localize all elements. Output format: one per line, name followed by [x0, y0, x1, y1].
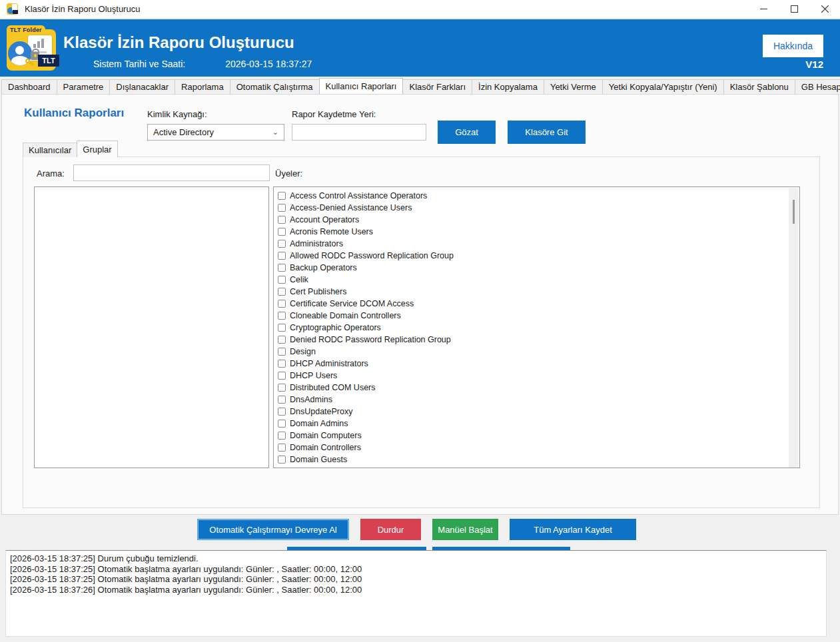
group-checkbox[interactable]	[278, 360, 286, 368]
group-label: DHCP Users	[290, 371, 337, 380]
log-line: [2026-03-15 18:37:25] Durum çubuğu temiz…	[10, 553, 822, 564]
group-row[interactable]: Domain Guests	[276, 454, 799, 466]
maximize-icon[interactable]	[779, 0, 809, 19]
app-icon-badge	[13, 10, 18, 14]
group-checkbox[interactable]	[278, 408, 286, 416]
group-row[interactable]: Denied RODC Password Replication Group	[276, 334, 799, 346]
log-output[interactable]: [2026-03-15 18:37:25] Durum çubuğu temiz…	[5, 550, 827, 637]
group-row[interactable]: Celik	[276, 274, 799, 286]
group-checkbox[interactable]	[278, 264, 286, 272]
group-checkbox[interactable]	[278, 300, 286, 308]
group-checkbox[interactable]	[278, 192, 286, 200]
logo-top-text: TLT Folder	[10, 27, 42, 33]
app-window: Klasör İzin Raporu Oluşturucu TLT Folder	[0, 0, 840, 642]
group-row[interactable]: Domain Computers	[276, 430, 799, 442]
group-row[interactable]: Allowed RODC Password Replication Group	[276, 250, 799, 262]
tab-dışlanacaklar[interactable]: Dışlanacaklar	[109, 79, 175, 94]
browse-button[interactable]: Gözat	[438, 121, 496, 144]
group-row[interactable]: Design	[276, 346, 799, 358]
selected-groups-listbox[interactable]	[34, 186, 269, 468]
group-checkbox[interactable]	[278, 240, 286, 248]
auto-run-button[interactable]: Otomatik Çalıştırmayı Devreye Al	[197, 519, 349, 540]
group-checkbox[interactable]	[278, 324, 286, 332]
stop-button[interactable]: Durdur	[360, 519, 421, 540]
identity-source-select[interactable]: Active Directory ⌄	[147, 124, 284, 141]
group-checkbox[interactable]	[278, 432, 286, 440]
group-row[interactable]: DHCP Users	[276, 370, 799, 382]
group-checkbox[interactable]	[278, 396, 286, 404]
search-input[interactable]	[73, 164, 270, 181]
group-checkbox[interactable]	[278, 372, 286, 380]
tab-dashboard[interactable]: Dashboard	[1, 79, 57, 94]
key-icon	[25, 59, 33, 67]
group-label: Cryptographic Operators	[290, 323, 381, 332]
logo-badge: TLT	[38, 55, 59, 67]
group-label: DnsUpdateProxy	[290, 407, 353, 416]
close-icon[interactable]	[809, 0, 840, 19]
group-row[interactable]: DnsUpdateProxy	[276, 406, 799, 418]
group-checkbox[interactable]	[278, 252, 286, 260]
tab-otomatik-çalıştırma[interactable]: Otomatik Çalıştırma	[230, 79, 320, 94]
group-label: Cloneable Domain Controllers	[290, 311, 401, 320]
group-row[interactable]: Access-Denied Assistance Users	[276, 202, 799, 214]
tab-page-kullanici-raporlari: Kullanıcı Raporları Kimlik Kaynağı: Acti…	[1, 94, 839, 515]
group-label: Access-Denied Assistance Users	[290, 203, 412, 212]
goto-folder-button[interactable]: Klasöre Git	[508, 121, 586, 144]
about-button[interactable]: Hakkında	[763, 35, 823, 57]
search-label: Arama:	[37, 168, 65, 178]
group-checkbox[interactable]	[278, 444, 286, 452]
group-label: Administrators	[290, 239, 343, 248]
section-heading: Kullanıcı Raporları	[24, 107, 124, 120]
save-all-button[interactable]: Tüm Ayarları Kaydet	[510, 519, 636, 540]
identity-source-label: Kimlik Kaynağı:	[147, 109, 207, 119]
log-line: [2026-03-15 18:37:25] Otomatik başlatma …	[10, 564, 822, 575]
group-checkbox[interactable]	[278, 336, 286, 344]
tab-klasör-şablonu[interactable]: Klasör Şablonu	[723, 79, 795, 94]
title-bar: Klasör İzin Raporu Oluşturucu	[0, 0, 840, 19]
tab-parametre[interactable]: Parametre	[57, 79, 111, 94]
group-row[interactable]: Distributed COM Users	[276, 382, 799, 394]
group-row[interactable]: Access Control Assistance Operators	[276, 190, 799, 202]
inner-tab-kullanıcılar[interactable]: Kullanıcılar	[23, 143, 77, 157]
group-row[interactable]: Domain Admins	[276, 418, 799, 430]
vertical-scrollbar[interactable]	[789, 188, 799, 468]
group-checkbox[interactable]	[278, 228, 286, 236]
manual-start-button[interactable]: Manüel Başlat	[432, 519, 498, 540]
save-location-input[interactable]	[292, 124, 426, 141]
minimize-icon[interactable]	[748, 0, 779, 19]
group-checkbox[interactable]	[278, 348, 286, 356]
group-checkbox[interactable]	[278, 384, 286, 392]
scrollbar-thumb[interactable]	[793, 200, 795, 224]
group-label: Acronis Remote Users	[290, 227, 373, 236]
members-checklist[interactable]: Access Control Assistance OperatorsAcces…	[273, 186, 800, 468]
system-datetime: Sistem Tarihi ve Saati:2026-03-15 18:37:…	[93, 59, 312, 69]
inner-tab-page-gruplar: Arama: Üyeler: Access Control Assistance…	[23, 157, 820, 508]
tab-yetki-kopyala-yapıştır-yeni-[interactable]: Yetki Kopyala/Yapıştır (Yeni)	[602, 79, 724, 94]
group-row[interactable]: Domain Controllers	[276, 442, 799, 454]
group-row[interactable]: Cert Publishers	[276, 286, 799, 298]
group-checkbox[interactable]	[278, 312, 286, 320]
inner-tab-gruplar[interactable]: Gruplar	[77, 141, 117, 157]
group-checkbox[interactable]	[278, 420, 286, 428]
tab-kullanıcı-raporları[interactable]: Kullanıcı Raporları	[319, 78, 404, 94]
group-row[interactable]: Administrators	[276, 238, 799, 250]
tab-gb-hesaplama[interactable]: GB Hesaplama	[795, 79, 840, 94]
group-checkbox[interactable]	[278, 456, 286, 464]
group-row[interactable]: Cryptographic Operators	[276, 322, 799, 334]
group-row[interactable]: DnsAdmins	[276, 394, 799, 406]
group-row[interactable]: Acronis Remote Users	[276, 226, 799, 238]
group-row[interactable]: Certificate Service DCOM Access	[276, 298, 799, 310]
group-row[interactable]: Cloneable Domain Controllers	[276, 310, 799, 322]
tab-i-zin-kopyalama[interactable]: İzin Kopyalama	[472, 79, 544, 94]
tab-klasör-farkları[interactable]: Klasör Farkları	[402, 79, 472, 94]
group-row[interactable]: Account Operators	[276, 214, 799, 226]
group-checkbox[interactable]	[278, 204, 286, 212]
tab-yetki-verme[interactable]: Yetki Verme	[544, 79, 603, 94]
group-row[interactable]: DHCP Administrators	[276, 358, 799, 370]
group-row[interactable]: Backup Operators	[276, 262, 799, 274]
page-title: Klasör İzin Raporu Oluşturucu	[63, 33, 294, 52]
group-checkbox[interactable]	[278, 276, 286, 284]
tab-raporlama[interactable]: Raporlama	[175, 79, 230, 94]
group-checkbox[interactable]	[278, 288, 286, 296]
group-checkbox[interactable]	[278, 216, 286, 224]
